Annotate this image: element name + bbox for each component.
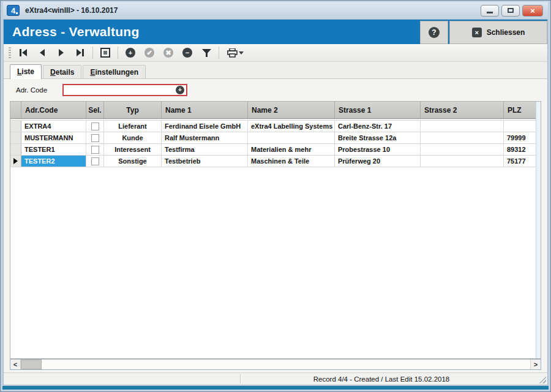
column-header-strasse-1[interactable]: Strasse 1: [335, 102, 421, 118]
address-table: Adr.CodeSel.TypName 1Name 2Strasse 1Stra…: [10, 101, 541, 359]
cell-adr-code[interactable]: TESTER1: [21, 144, 86, 155]
row-select-checkbox[interactable]: [91, 157, 99, 165]
cell-plz[interactable]: 79999: [504, 132, 541, 143]
cell-name2[interactable]: Materialien & mehr: [248, 144, 335, 155]
help-icon: ?: [429, 27, 440, 38]
row-select-checkbox[interactable]: [91, 123, 99, 130]
vertical-scrollbar[interactable]: [536, 102, 541, 358]
toolbar: + ✔ ✖ −: [4, 44, 547, 62]
select-grid-button[interactable]: [99, 46, 112, 59]
tab-details[interactable]: Details: [43, 65, 81, 78]
table-row[interactable]: TESTER1InteressentTestfirmaMaterialien &…: [10, 144, 541, 156]
row-select-checkbox[interactable]: [91, 134, 99, 142]
schliessen-button[interactable]: × Schliessen: [449, 21, 547, 44]
cancel-icon: ✖: [163, 48, 173, 58]
schliessen-label: Schliessen: [487, 28, 525, 37]
close-window-button[interactable]: ×: [522, 5, 543, 17]
select-grid-icon: [100, 48, 110, 58]
cell-name2[interactable]: [248, 132, 335, 143]
cell-adr-code[interactable]: EXTRA4: [21, 121, 86, 132]
confirm-button[interactable]: ✔: [143, 46, 156, 59]
close-x-icon: ×: [472, 28, 482, 37]
maximize-button[interactable]: [501, 5, 520, 17]
column-header-plz[interactable]: PLZ: [504, 102, 541, 118]
scroll-right-button[interactable]: >: [530, 360, 541, 369]
prev-record-button[interactable]: [36, 46, 49, 59]
minimize-button[interactable]: [481, 5, 499, 17]
cell-name1[interactable]: Ferdinand Eisele GmbH: [162, 121, 248, 132]
app-frame: Adress - Verwaltung ? × Schliessen: [3, 19, 548, 385]
tab-details-label: etails: [56, 68, 75, 77]
header-buttons: ? × Schliessen: [420, 21, 547, 44]
row-indicator: [10, 144, 21, 155]
next-record-button[interactable]: [54, 46, 68, 59]
column-header-name-1[interactable]: Name 1: [162, 102, 248, 118]
search-row: Adr. Code +: [10, 79, 541, 101]
cell-strasse2[interactable]: [421, 156, 504, 167]
cell-strasse1[interactable]: Breite Strasse 12a: [335, 132, 421, 143]
delete-record-button[interactable]: −: [181, 46, 194, 59]
adr-code-input[interactable]: [66, 86, 176, 94]
cell-plz[interactable]: [504, 121, 541, 132]
filter-button[interactable]: [200, 46, 213, 59]
horizontal-scrollbar[interactable]: < >: [10, 359, 541, 370]
search-add-icon[interactable]: +: [176, 86, 184, 94]
help-button[interactable]: ?: [420, 21, 448, 44]
cell-name1[interactable]: Ralf Mustermann: [162, 132, 248, 143]
print-icon: [227, 48, 238, 58]
bottom-accent-bar: [2, 386, 549, 390]
row-select-checkbox[interactable]: [91, 146, 99, 154]
column-header-name-2[interactable]: Name 2: [248, 102, 335, 118]
table-body: EXTRA4LieferantFerdinand Eisele GmbHeXtr…: [10, 121, 541, 167]
scrollbar-thumb[interactable]: [21, 360, 42, 369]
cell-plz[interactable]: 89312: [504, 144, 541, 155]
logo-dot: [16, 12, 18, 14]
next-record-icon: [58, 49, 64, 56]
column-header-sel-[interactable]: Sel.: [86, 102, 104, 118]
toolbar-separator: [118, 47, 118, 59]
first-record-button[interactable]: [17, 46, 30, 59]
add-record-button[interactable]: +: [124, 46, 137, 59]
cell-strasse2[interactable]: [421, 121, 504, 132]
last-record-button[interactable]: [73, 46, 87, 59]
tab-liste-label: iste: [21, 67, 34, 76]
table-row[interactable]: EXTRA4LieferantFerdinand Eisele GmbHeXtr…: [10, 121, 541, 132]
row-indicator: [10, 156, 21, 167]
column-header-typ[interactable]: Typ: [104, 102, 162, 118]
cell-name1[interactable]: Testfirma: [162, 144, 248, 155]
cell-typ[interactable]: Interessent: [104, 144, 162, 155]
cell-typ[interactable]: Kunde: [104, 132, 162, 143]
cell-typ[interactable]: Sonstige: [104, 156, 162, 167]
add-icon: +: [126, 48, 135, 58]
cell-strasse1[interactable]: Carl-Benz-Str. 17: [335, 121, 421, 132]
cell-typ[interactable]: Lieferant: [104, 121, 162, 132]
column-header-strasse-2[interactable]: Strasse 2: [421, 102, 504, 118]
column-header-adr-code[interactable]: Adr.Code: [21, 102, 86, 118]
row-indicator-header: [10, 102, 21, 118]
tab-liste[interactable]: Liste: [10, 64, 42, 79]
print-button[interactable]: [225, 46, 246, 59]
table-row[interactable]: MUSTERMANNKundeRalf MustermannBreite Str…: [10, 132, 541, 144]
cell-strasse1[interactable]: Prüferweg 20: [335, 156, 421, 167]
cell-plz[interactable]: 75177: [504, 156, 541, 167]
titlebar[interactable]: 4 eXtra4<winIII> - 16.10.2017 ×: [3, 2, 548, 19]
page-title: Adress - Verwaltung: [12, 24, 140, 39]
cell-adr-code[interactable]: TESTER2: [21, 156, 86, 167]
table-row[interactable]: TESTER2SonstigeTestbetriebMaschinen & Te…: [10, 156, 541, 167]
filter-icon: [202, 49, 211, 57]
tab-einstellungen[interactable]: Einstellungen: [83, 65, 146, 78]
toolbar-grip-handle[interactable]: [9, 47, 11, 58]
scroll-left-button[interactable]: <: [10, 360, 21, 369]
cell-strasse2[interactable]: [421, 144, 504, 155]
cancel-button[interactable]: ✖: [162, 46, 175, 59]
cell-strasse2[interactable]: [421, 132, 504, 143]
toolbar-separator: [92, 47, 93, 59]
cell-name2[interactable]: Maschinen & Teile: [248, 156, 335, 167]
adr-code-label: Adr. Code: [16, 86, 62, 94]
cell-strasse1[interactable]: Probestrasse 10: [335, 144, 421, 155]
cell-adr-code[interactable]: MUSTERMANN: [21, 132, 86, 143]
cell-sel: [86, 144, 104, 155]
cell-name1[interactable]: Testbetrieb: [162, 156, 248, 167]
cell-name2[interactable]: eXtra4 Labelling Systems: [248, 121, 335, 132]
resize-grip[interactable]: [538, 375, 546, 383]
